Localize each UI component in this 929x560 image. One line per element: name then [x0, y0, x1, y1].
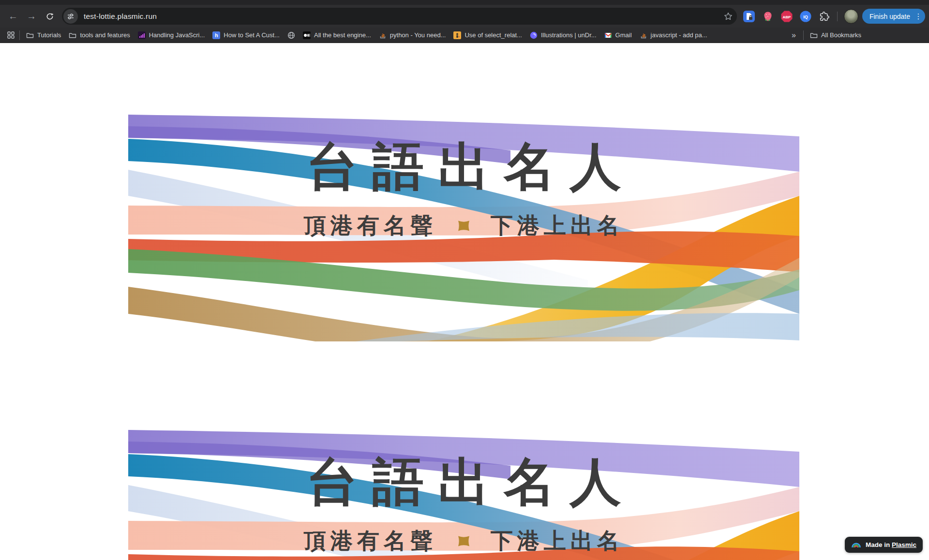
strawberry-extension-icon[interactable] [762, 10, 774, 23]
bookmark-label: How to Set A Cust... [224, 31, 280, 39]
extensions-puzzle-icon[interactable] [818, 10, 831, 23]
url-text: test-lottie.plasmic.run [84, 12, 157, 21]
bar-chart-icon [138, 31, 146, 39]
bookmark-item-illustrations[interactable]: Illustrations | unDr... [526, 30, 600, 41]
back-button[interactable]: ← [4, 7, 22, 26]
bookmark-label: tools and features [80, 31, 130, 39]
globe-icon [287, 31, 295, 39]
back-icon: ← [8, 11, 18, 22]
letter-h-icon: h [212, 31, 220, 39]
folder-icon [810, 31, 818, 39]
folder-icon [69, 31, 76, 39]
badge-prefix: Made in [866, 541, 892, 548]
tune-icon [66, 12, 75, 21]
all-bookmarks-label: All Bookmarks [821, 31, 861, 39]
lottie-banner-1: 台語出名人 頂港有名聲 下港上出名 [128, 113, 799, 341]
forward-button[interactable]: → [22, 7, 41, 26]
banner-title: 台語出名人 [135, 455, 799, 509]
bookmark-item-tools-and-features[interactable]: tools and features [65, 30, 134, 41]
bookmark-star-icon[interactable] [723, 12, 733, 21]
bookmarks-overflow-chevron[interactable]: » [787, 31, 801, 40]
finish-update-label: Finish update [869, 13, 910, 20]
bookmark-label: All the best engine... [314, 31, 371, 39]
bookmarks-separator [803, 30, 804, 40]
badge-text: Made in Plasmic [866, 541, 916, 548]
profile-avatar[interactable] [844, 9, 858, 24]
gmail-icon [604, 31, 612, 39]
page-content: 台語出名人 頂港有名聲 下港上出名 台語出名人 頂港有名聲 下港上出名 Made… [0, 43, 929, 560]
all-bookmarks-button[interactable]: All Bookmarks [806, 30, 865, 41]
medium-icon [303, 31, 311, 39]
banner-subtitle-left: 頂港有名聲 [304, 211, 437, 241]
iq-label: IQ [803, 14, 808, 19]
bookmark-label: Handling JavaScri... [149, 31, 205, 39]
doc-yellow-icon [453, 31, 461, 39]
banner-subtitle-left: 頂港有名聲 [304, 526, 437, 556]
bookmark-item-globe[interactable] [284, 30, 299, 41]
bookmark-label: python - You need... [390, 31, 446, 39]
made-in-plasmic-badge[interactable]: Made in Plasmic [845, 537, 923, 553]
browser-menu-icon[interactable]: ⋮ [914, 13, 923, 20]
forward-icon: → [27, 11, 36, 22]
finish-update-button[interactable]: Finish update ⋮ [862, 9, 925, 24]
bookmark-label: Tutorials [37, 31, 61, 39]
tab-strip [0, 0, 929, 5]
reload-icon [45, 12, 54, 21]
plasmic-link[interactable]: Plasmic [892, 541, 916, 548]
bookmark-label: javascript - add pa... [651, 31, 707, 39]
reload-button[interactable] [41, 7, 59, 26]
bookmarks-bar: Tutorials tools and features Handling Ja… [0, 28, 929, 43]
toolbar-separator [837, 12, 838, 21]
banner-subtitle: 頂港有名聲 下港上出名 [128, 211, 799, 241]
apps-grid-icon [7, 31, 15, 39]
banner-subtitle: 頂港有名聲 下港上出名 [128, 526, 799, 556]
banner-title: 台語出名人 [135, 140, 799, 193]
bookmark-label: Use of select_relat... [464, 31, 522, 39]
site-settings-button[interactable] [63, 9, 78, 24]
bookmark-item-python[interactable]: python - You need... [375, 30, 450, 41]
bookmark-item-javascript[interactable]: javascript - add pa... [636, 30, 711, 41]
bookmark-item-all-the-best[interactable]: All the best engine... [299, 30, 375, 41]
stackoverflow-icon [640, 31, 647, 39]
bookmarks-right-group: » All Bookmarks [787, 30, 865, 41]
bookmark-item-handling-javascript[interactable]: Handling JavaScri... [134, 30, 209, 41]
abp-label: ABP [782, 15, 791, 19]
bookmark-item-how-to-set[interactable]: h How to Set A Cust... [209, 30, 284, 41]
bookmarks-separator [19, 30, 20, 40]
address-bar[interactable]: test-lottie.plasmic.run [62, 8, 737, 25]
password-manager-extension-icon[interactable] [743, 10, 755, 23]
apps-grid-button[interactable] [5, 30, 17, 40]
bookmark-label: Gmail [615, 31, 632, 39]
lottie-banner-2: 台語出名人 頂港有名聲 下港上出名 [128, 428, 799, 560]
bookmark-item-tutorials[interactable]: Tutorials [22, 30, 65, 41]
plasmic-rainbow-icon [851, 542, 861, 548]
stackoverflow-icon [379, 31, 387, 39]
iq-extension-icon[interactable]: IQ [799, 10, 812, 23]
banner-subtitle-right: 下港上出名 [491, 211, 624, 241]
undraw-icon [530, 31, 538, 39]
bookmark-item-use-of-select[interactable]: Use of select_relat... [450, 30, 526, 41]
gold-diamond-icon [457, 219, 470, 233]
browser-toolbar: ← → test-lottie.plasmic.run [0, 5, 929, 28]
extensions-row: ABP IQ [743, 10, 831, 23]
gold-diamond-icon [457, 534, 470, 548]
banner-subtitle-right: 下港上出名 [491, 526, 624, 556]
bookmark-label: Illustrations | unDr... [541, 31, 597, 39]
folder-icon [26, 31, 34, 39]
adblock-plus-extension-icon[interactable]: ABP [780, 10, 793, 23]
bookmark-item-gmail[interactable]: Gmail [600, 30, 636, 41]
